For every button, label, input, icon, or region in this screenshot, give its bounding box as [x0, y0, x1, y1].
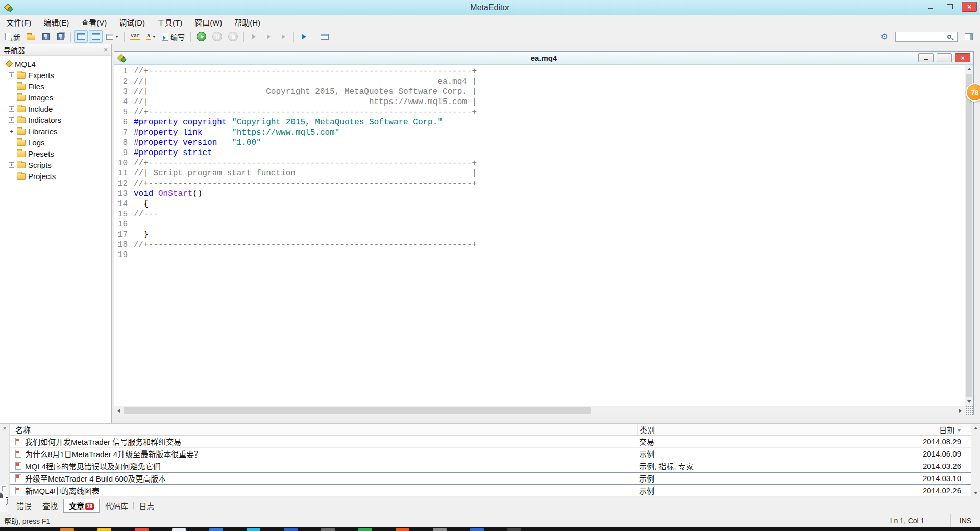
nav-item-indicators[interactable]: +Indicators: [0, 114, 111, 125]
toggle-navigator-button[interactable]: [74, 30, 88, 43]
navigator-close-icon[interactable]: ×: [104, 47, 108, 53]
toolbox-scrollbar[interactable]: [971, 424, 980, 497]
code-line-12[interactable]: //+-------------------------------------…: [134, 179, 965, 189]
code-line-16[interactable]: [134, 219, 965, 230]
editor-title-bar[interactable]: ea.mq4 ×: [114, 52, 973, 65]
scroll-down-icon[interactable]: [971, 489, 980, 497]
editor-minimize-button[interactable]: [918, 53, 934, 62]
code-line-7[interactable]: #property link "https://www.mql5.com": [134, 128, 965, 138]
search-input[interactable]: [896, 33, 947, 41]
tab-errors[interactable]: 错误: [11, 499, 37, 512]
debug-start-button[interactable]: [194, 30, 209, 43]
expand-toggle-icon[interactable]: +: [9, 106, 14, 112]
community-panel-button[interactable]: [962, 30, 975, 43]
open-button[interactable]: [24, 30, 38, 43]
taskbar-icon[interactable]: [358, 528, 372, 531]
taskbar-icon[interactable]: [172, 528, 186, 531]
horizontal-scrollbar[interactable]: [114, 406, 965, 415]
debug-stop-button[interactable]: [226, 30, 240, 43]
expand-toggle-icon[interactable]: +: [9, 72, 14, 78]
notification-badge[interactable]: 78: [966, 83, 980, 102]
view-options-button[interactable]: [104, 30, 121, 43]
taskbar-icon[interactable]: [433, 528, 447, 531]
article-row[interactable]: 为什么8月1日MetaTrader 4升级至最新版本很重要？示例2014.06.…: [10, 448, 971, 460]
nav-item-libraries[interactable]: +Libraries: [0, 125, 111, 137]
save-button[interactable]: [39, 30, 53, 43]
attach-button[interactable]: [297, 30, 311, 43]
toolbox-side-tab[interactable]: 工具箱: [0, 485, 8, 512]
vertical-scroll-thumb[interactable]: [966, 74, 972, 397]
compile-button[interactable]: 编写: [159, 30, 187, 43]
scroll-up-icon[interactable]: [965, 65, 973, 73]
menu-item-view[interactable]: 查看(V): [75, 15, 113, 29]
code-line-9[interactable]: #property strict: [134, 148, 965, 158]
code-line-4[interactable]: //| https://www.mql5.com |: [134, 97, 965, 107]
article-row[interactable]: MQL4程序的常见错误以及如何避免它们示例, 指标, 专家2014.03.26: [10, 460, 971, 472]
code-line-6[interactable]: #property copyright "Copyright 2015, Met…: [134, 117, 965, 128]
nav-item-include[interactable]: +Include: [0, 103, 111, 114]
horizontal-scroll-thumb[interactable]: [124, 407, 591, 414]
styler-button[interactable]: var: [128, 30, 143, 43]
scroll-down-icon[interactable]: [965, 397, 973, 406]
taskbar-icon[interactable]: [135, 528, 149, 531]
code-line-11[interactable]: //| Script program start function |: [134, 168, 965, 179]
insert-mode-indicator[interactable]: INS: [950, 514, 980, 527]
editor-close-button[interactable]: ×: [955, 53, 970, 62]
step-over-button[interactable]: [262, 30, 276, 43]
scroll-left-icon[interactable]: [114, 406, 123, 415]
tab-codebase[interactable]: 代码库: [100, 499, 133, 512]
column-date[interactable]: 日期: [908, 424, 971, 435]
minimize-button[interactable]: [923, 2, 938, 12]
taskbar-icon[interactable]: [284, 528, 298, 531]
taskbar-icon[interactable]: [470, 528, 484, 531]
taskbar-icon[interactable]: [247, 528, 260, 531]
taskbar-icon[interactable]: [97, 528, 111, 531]
nav-item-scripts[interactable]: +Scripts: [0, 159, 111, 170]
tab-journal[interactable]: 日志: [134, 499, 159, 512]
code-line-8[interactable]: #property version "1.00": [134, 138, 965, 148]
taskbar-icon[interactable]: [507, 528, 521, 531]
nav-item-files[interactable]: Files: [0, 81, 111, 92]
code-line-1[interactable]: //+-------------------------------------…: [134, 66, 965, 77]
resize-grip[interactable]: [965, 406, 973, 415]
column-category[interactable]: 类别: [637, 424, 908, 435]
taskbar-icon[interactable]: [60, 528, 74, 531]
nav-item-mql4[interactable]: MQL4: [0, 58, 111, 69]
close-button[interactable]: ×: [962, 2, 977, 12]
windows-taskbar[interactable]: [0, 527, 980, 531]
code-line-19[interactable]: [134, 250, 965, 260]
taskbar-icon[interactable]: [209, 528, 223, 531]
article-row[interactable]: 我们如何开发MetaTrader 信号服务和群组交易交易2014.08.29: [10, 436, 971, 448]
settings-button[interactable]: ⚙: [877, 30, 891, 43]
menu-item-window[interactable]: 窗口(W): [188, 15, 228, 29]
nav-item-experts[interactable]: +Experts: [0, 69, 111, 81]
search-icon[interactable]: [947, 35, 951, 39]
article-row[interactable]: 新MQL4中的离线图表示例2014.02.26: [10, 485, 971, 497]
code-line-5[interactable]: //+-------------------------------------…: [134, 107, 965, 117]
menu-item-file[interactable]: 文件(F): [0, 15, 37, 29]
toolbox-close-icon[interactable]: ×: [3, 425, 7, 432]
code-line-15[interactable]: //---: [134, 209, 965, 219]
expand-toggle-icon[interactable]: +: [9, 117, 14, 123]
taskbar-icon[interactable]: [396, 528, 409, 531]
expand-toggle-icon[interactable]: +: [9, 162, 14, 168]
editor-maximize-button[interactable]: [937, 53, 952, 62]
menu-item-debug[interactable]: 调试(D): [113, 15, 151, 29]
tab-find[interactable]: 查找: [37, 499, 63, 512]
scroll-up-icon[interactable]: [971, 424, 980, 433]
step-out-button[interactable]: [277, 30, 290, 43]
debug-pause-button[interactable]: [210, 30, 225, 43]
nav-item-presets[interactable]: Presets: [0, 148, 111, 159]
code-line-3[interactable]: //| Copyright 2015, MetaQuotes Software …: [134, 87, 965, 97]
code-line-13[interactable]: void OnStart(): [134, 189, 965, 199]
column-name[interactable]: 名称: [10, 424, 637, 435]
code-area[interactable]: 12345678910111213141516171819 //+-------…: [114, 65, 965, 406]
nav-item-logs[interactable]: Logs: [0, 137, 111, 148]
menu-item-help[interactable]: 帮助(H): [228, 15, 266, 29]
journal-button[interactable]: [317, 30, 331, 43]
maximize-button[interactable]: [942, 2, 958, 12]
toggle-toolbox-button[interactable]: [89, 30, 103, 43]
code-line-2[interactable]: //| ea.mq4 |: [134, 77, 965, 87]
nav-item-images[interactable]: Images: [0, 92, 111, 103]
expand-toggle-icon[interactable]: +: [9, 129, 14, 134]
